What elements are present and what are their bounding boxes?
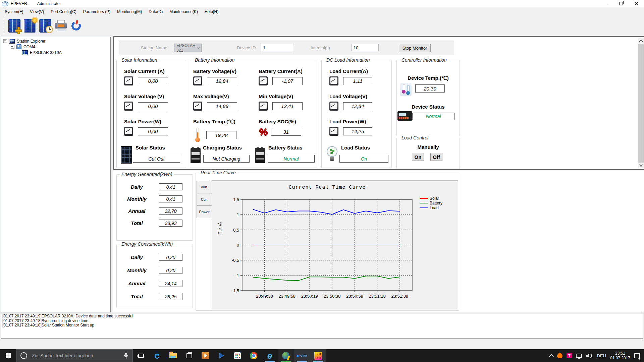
network-tray-button[interactable] [574,349,584,362]
group-title: Controller Information [400,57,448,63]
tray-expand-button[interactable] [548,349,555,362]
fixfoto-app-button[interactable]: Fix Foto [310,349,326,362]
load-on-button[interactable]: On [412,153,424,161]
menu-parameters[interactable]: Parameters (P) [80,8,114,15]
cortana-icon [20,352,27,359]
plus-icon [15,27,21,34]
device-icon [22,50,28,55]
microphone-icon[interactable] [124,352,128,359]
edge-button[interactable]: e [149,349,165,362]
daily-label: Daily [122,254,152,260]
apps-grid-button[interactable] [229,349,246,362]
internet-explorer-button[interactable]: e [262,349,278,362]
tree-item-com4[interactable]: COM4 [1,44,110,50]
real-time-monitor-button[interactable] [38,17,53,34]
charging-status-label: Charging Status [203,145,242,150]
station-parameters-button[interactable] [22,17,38,34]
solar-voltage-label: Solar Voltage (V) [124,94,168,99]
svg-text:23:51:38: 23:51:38 [391,294,408,299]
scroll-down-button[interactable] [638,163,644,168]
group-title: Energy Consumed(kWh) [120,241,174,247]
scrollbar-thumb[interactable] [638,44,644,163]
minimize-button[interactable] [598,0,613,7]
battery-status-label: Battery Status [268,145,303,150]
screen: EPEVER —— Administrator System(F) View(V… [0,0,644,362]
menu-help[interactable]: Help(H) [201,8,222,15]
restore-icon [619,2,623,5]
group-title: DC Load Information [325,57,371,63]
event-log[interactable]: [01.07.2017 23:49:19]EPSOLAR 3210A: Devi… [1,313,643,339]
svg-text:23:50:19: 23:50:19 [301,294,318,299]
folder-icon [169,353,177,358]
menu-data[interactable]: Data(D) [145,8,166,15]
solar-status-label: Solar Status [136,145,165,150]
tab-cur[interactable]: Cur. [197,193,212,206]
annual-label: Annual [122,281,152,286]
video-app-button[interactable] [197,349,213,362]
battery-information-group: Battery Information Battery Voltage(V) 1… [190,60,317,168]
avast-tray-button[interactable] [555,349,565,362]
menu-view[interactable]: View(V) [26,8,47,15]
solar-current-value: 0,00 [138,77,168,85]
station-name-dropdown[interactable]: EPSOLAR 321 [174,44,202,52]
scroll-up-button[interactable] [638,38,644,44]
load-current-value: 1,11 [343,77,372,85]
telekom-icon: T [567,353,572,358]
start-button[interactable] [0,349,16,362]
tree-item-epsolar-3210a[interactable]: EPSOLAR 3210A [1,50,110,55]
dc-load-information-group: DC Load Information Load Current(A) 1,11… [321,60,392,168]
close-button[interactable] [629,0,644,7]
toolbar [0,16,644,36]
solar-monitor-app-button[interactable] [278,349,294,362]
group-title: Real Time Curve [199,170,237,175]
chevron-up-icon [549,354,554,359]
restore-button[interactable] [613,0,629,7]
controller-information-group: Controller Information Device Temp.(℃) 2… [396,60,460,136]
tab-volt[interactable]: Volt. [197,181,212,193]
tree-item-station-explorer[interactable]: Station Explorer [1,38,110,44]
collapse-icon[interactable] [3,39,7,43]
tab-power[interactable]: Power [197,205,212,218]
media-app-button[interactable] [213,349,229,362]
interval-input[interactable] [352,44,379,51]
station-explorer-icon [9,39,15,44]
svg-text:1,5: 1,5 [233,197,239,202]
battery-icon [191,147,201,164]
stop-monitor-button[interactable]: Stop Monitor [399,44,431,52]
solar-power-value: 0,00 [138,127,168,135]
epever-app-button[interactable]: EPever [294,349,310,362]
print-button[interactable] [53,17,68,34]
action-center-button[interactable] [632,349,642,362]
language-indicator[interactable]: DEU [595,349,608,362]
vertical-scrollbar[interactable] [638,38,644,168]
load-status-label: Load Status [341,145,370,150]
file-explorer-button[interactable] [165,349,181,362]
light-bulb-icon [326,146,338,163]
min-voltage-label: Min Voltage(V) [259,94,303,99]
meter-icon [329,76,338,85]
svg-text:-0,5: -0,5 [232,258,239,263]
taskbar-search[interactable] [16,349,133,362]
add-station-button[interactable] [7,17,22,34]
menu-port-config[interactable]: Port Config(C) [47,8,80,15]
task-view-button[interactable] [133,349,149,362]
battery-icon [255,147,265,164]
device-id-input[interactable] [261,44,293,51]
search-input[interactable] [31,353,124,359]
telekom-tray-button[interactable]: T [565,349,574,362]
volume-tray-button[interactable] [584,349,595,362]
menu-system[interactable]: System(F) [1,8,26,15]
menu-monitoring[interactable]: Monitoring(M) [114,8,145,15]
thermometer-icon [193,127,202,143]
clock[interactable]: 23:51 01.07.2017 [608,349,632,362]
store-button[interactable] [181,349,197,362]
group-title: Solar Information [120,57,159,63]
chrome-button[interactable] [246,349,262,362]
load-voltage-value: 12,84 [343,102,372,110]
menu-maintenance[interactable]: Maintenance(K) [166,8,201,15]
exit-button[interactable] [68,17,84,34]
sun-icon [32,18,37,23]
collapse-icon[interactable] [11,45,14,49]
log-line: [01.07.2017 23:49:19]EPSOLAR 3210A: Devi… [2,314,643,319]
load-off-button[interactable]: Off [430,153,442,161]
